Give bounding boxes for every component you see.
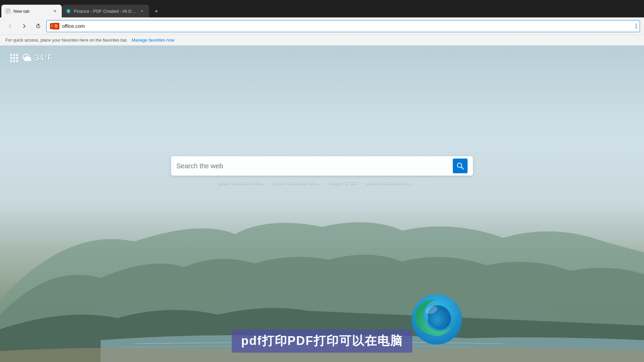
new-tab-favicon-icon (5, 8, 11, 14)
suggestion-1[interactable]: power automate valu... (218, 180, 266, 185)
top-widgets-area: 🌥 34°F (10, 52, 53, 63)
search-button[interactable] (453, 159, 468, 173)
svg-rect-3 (7, 12, 8, 12)
tab-bar: New tab ✕ S Finance - PDF Created - All … (0, 0, 644, 17)
add-tab-button[interactable]: + (150, 5, 162, 17)
refresh-button[interactable] (32, 20, 44, 32)
svg-line-8 (461, 167, 463, 169)
tab-new-tab[interactable]: New tab ✕ (1, 5, 62, 17)
svg-rect-2 (7, 11, 9, 11)
address-bar[interactable]: ⬡ O office.com (46, 20, 640, 32)
edge-logo-svg (410, 293, 464, 346)
tab-finance[interactable]: S Finance - PDF Created - All Docu... ✕ (62, 5, 149, 17)
apps-grid-icon[interactable] (10, 54, 18, 62)
browser-chrome: New tab ✕ S Finance - PDF Created - All … (0, 0, 644, 46)
tab-new-tab-label: New tab (13, 9, 49, 14)
tab-finance-close-button[interactable]: ✕ (139, 8, 145, 14)
search-container: power automate valu... power automate va… (171, 156, 473, 186)
suggestion-3[interactable]: integer of 100 (329, 180, 358, 185)
manage-favorites-link[interactable]: Manage favorites now (132, 38, 174, 43)
svg-text:S: S (67, 9, 70, 13)
suggestions-more-button[interactable]: ... (421, 179, 426, 186)
favorites-bar-text: For quick access, place your favorites h… (5, 38, 128, 43)
weather-temperature: 34°F (34, 53, 53, 63)
weather-widget[interactable]: 🌥 34°F (22, 52, 53, 63)
tab-finance-label: Finance - PDF Created - All Docu... (74, 9, 136, 14)
weather-cloud-icon: 🌥 (22, 52, 32, 63)
address-text: office.com (62, 23, 633, 29)
search-box (171, 156, 473, 176)
new-tab-content: 🌥 34°F power automate valu... power auto… (0, 46, 644, 362)
svg-rect-1 (7, 10, 9, 10)
search-icon (457, 162, 464, 170)
back-button[interactable] (4, 20, 16, 32)
search-suggestions: power automate valu... power automate va… (171, 179, 473, 186)
office-favicon-colored: O (53, 23, 59, 29)
forward-button[interactable] (18, 20, 30, 32)
sharepoint-favicon-icon: S (66, 8, 71, 14)
suggestion-4[interactable]: power automate one... (366, 180, 413, 185)
favorites-bar: For quick access, place your favorites h… (0, 35, 644, 46)
suggestion-2[interactable]: power automate valu... (274, 180, 321, 185)
tab-new-tab-close-button[interactable]: ✕ (52, 8, 58, 14)
edge-logo (410, 293, 464, 346)
cursor-indicator (636, 23, 637, 29)
caption-bar: pdf打印PDF打印可以在电脑 (232, 329, 412, 353)
nav-bar: ⬡ O office.com (0, 17, 644, 35)
search-input[interactable] (176, 162, 453, 170)
